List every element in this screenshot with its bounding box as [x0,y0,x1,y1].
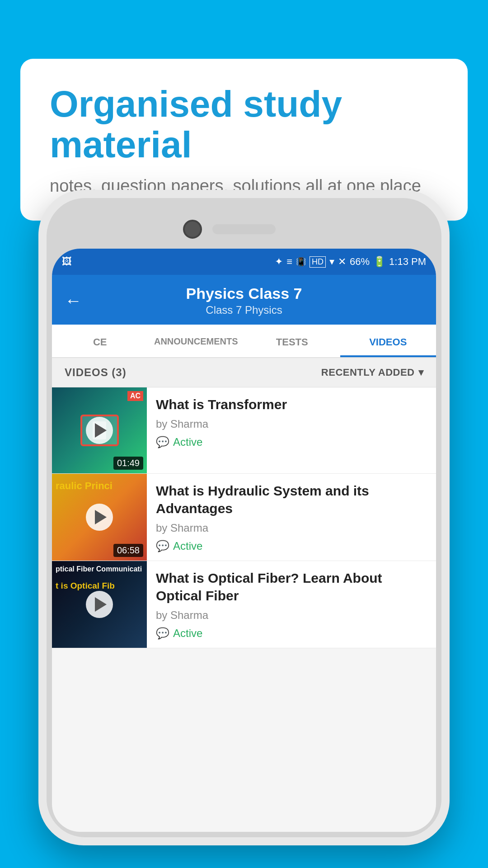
videos-count: VIDEOS (3) [65,366,127,379]
video-info-2: What is Hydraulic System and its Advanta… [147,474,436,561]
status-right: ✦ ≡ 📳 HD ▾ ✕ 66% 🔋 1:13 PM [275,256,426,268]
video-by-3: by Sharma [156,609,427,622]
phone-speaker [212,224,276,234]
battery-icon: 🔋 [373,256,385,268]
chat-icon-3: 💬 [156,627,169,640]
sort-filter[interactable]: RECENTLY ADDED ▾ [321,367,423,378]
video-title-2: What is Hydraulic System and its Advanta… [156,482,427,517]
video-item-1[interactable]: AC 01:49 What is Transformer by Sharma 💬… [52,387,436,474]
signal-x-icon: ✕ [338,256,346,268]
video-info-1: What is Transformer by Sharma 💬 Active [147,387,436,473]
app-bar-main-title: Physics Class 7 [92,285,396,302]
phone-outer: 🖼 ✦ ≡ 📳 HD ▾ ✕ 66% 🔋 1:13 PM ← [38,190,450,845]
video-list: AC 01:49 What is Transformer by Sharma 💬… [52,387,436,648]
tab-tests[interactable]: TESTS [244,325,340,357]
bubble-title: Organised study material [50,84,438,165]
wifi-icon: ▾ [329,256,334,268]
app-bar-subtitle: Class 7 Physics [92,304,396,316]
video-item-3[interactable]: ptical Fiber Communicati t is Optical Fi… [52,561,436,648]
video-thumb-1: AC 01:49 [52,387,147,473]
video-by-1: by Sharma [156,418,427,430]
video-duration-1: 01:49 [113,457,143,470]
play-triangle-1 [95,423,107,438]
battery-text: 66% [350,256,370,268]
phone-screen: 🖼 ✦ ≡ 📳 HD ▾ ✕ 66% 🔋 1:13 PM ← [52,249,436,832]
active-label-3: Active [173,627,202,640]
video-status-3: 💬 Active [156,627,427,640]
video-title-1: What is Transformer [156,396,427,413]
app-bar-title-block: Physics Class 7 Class 7 Physics [92,285,396,316]
status-left: 🖼 [62,256,75,268]
video-info-3: What is Optical Fiber? Learn About Optic… [147,561,436,648]
video-by-2: by Sharma [156,522,427,534]
video-duration-2: 06:58 [113,544,143,557]
play-btn-3[interactable] [86,591,113,618]
play-triangle-2 [95,510,107,524]
video-item-2[interactable]: raulic Princi 06:58 What is Hydraulic Sy… [52,474,436,561]
back-button[interactable]: ← [65,292,82,309]
active-label-2: Active [173,540,202,552]
sort-label: RECENTLY ADDED [321,367,415,378]
tab-videos[interactable]: VIDEOS [340,325,436,357]
video-thumb-2: raulic Princi 06:58 [52,474,147,561]
tab-announcements[interactable]: ANNOUNCEMENTS [148,325,244,357]
thumb-optical-text-2: t is Optical Fib [56,581,115,591]
chat-icon-1: 💬 [156,436,169,448]
video-title-3: What is Optical Fiber? Learn About Optic… [156,569,427,604]
active-label-1: Active [173,436,202,448]
thumb-optical-text-1: ptical Fiber Communicati [56,565,142,574]
video-status-1: 💬 Active [156,436,427,448]
thumb-hydraulic-text: raulic Princi [56,480,113,492]
hd-badge: HD [310,256,326,268]
sort-chevron: ▾ [418,367,424,378]
chat-icon-2: 💬 [156,540,169,552]
app-bar: ← Physics Class 7 Class 7 Physics [52,275,436,325]
thumb-label-1: AC [127,391,143,401]
phone-camera [183,220,202,239]
status-bar: 🖼 ✦ ≡ 📳 HD ▾ ✕ 66% 🔋 1:13 PM [52,249,436,275]
vibrate-icon: 📳 [296,257,306,267]
video-thumb-3: ptical Fiber Communicati t is Optical Fi… [52,561,147,648]
bluetooth-icon: ✦ [275,256,283,268]
play-btn-1[interactable] [86,417,113,444]
play-btn-2[interactable] [86,504,113,531]
tabs-bar: CE ANNOUNCEMENTS TESTS VIDEOS [52,325,436,358]
image-icon: 🖼 [62,256,72,268]
play-triangle-3 [95,597,107,612]
tab-ce[interactable]: CE [52,325,148,357]
phone-inner: 🖼 ✦ ≡ 📳 HD ▾ ✕ 66% 🔋 1:13 PM ← [47,198,441,837]
video-status-2: 💬 Active [156,540,427,552]
time-display: 1:13 PM [389,256,426,268]
signal-icon: ≡ [286,256,292,268]
filter-bar: VIDEOS (3) RECENTLY ADDED ▾ [52,358,436,387]
